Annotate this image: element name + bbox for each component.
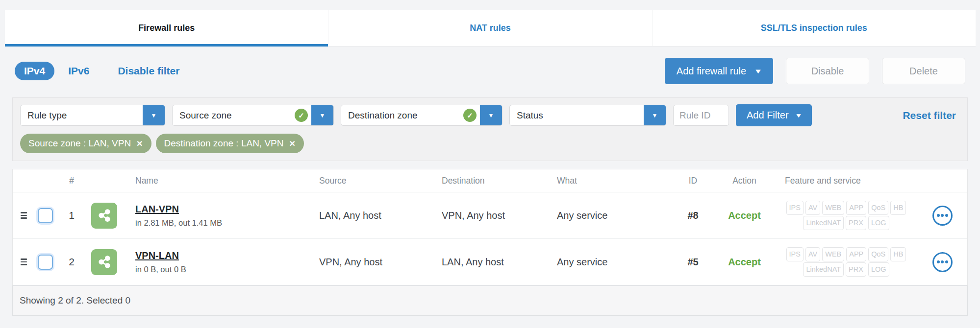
add-firewall-rule-label: Add firewall rule <box>677 66 746 77</box>
chevron-down-icon[interactable]: ▼ <box>143 105 165 125</box>
feature-badge: LinkedNAT <box>803 216 844 230</box>
ipv4-toggle[interactable]: IPv4 <box>15 62 54 80</box>
tab-firewall-rules[interactable]: Firewall rules <box>5 10 328 46</box>
rule-what: Any service <box>552 257 672 268</box>
destination-zone-dropdown-label: Destination zone <box>341 110 463 121</box>
feature-badge: WEB <box>822 201 844 215</box>
chevron-down-icon[interactable]: ▼ <box>311 105 333 125</box>
destination-zone-dropdown[interactable]: Destination zone ✓ ▼ <box>341 105 503 126</box>
reset-filter-link[interactable]: Reset filter <box>903 110 960 121</box>
tab-bar: Firewall rules NAT rules SSL/TLS inspect… <box>5 10 976 47</box>
chevron-down-icon[interactable]: ▼ <box>644 105 666 125</box>
close-icon[interactable]: ✕ <box>289 139 295 148</box>
column-header-action: Action <box>714 176 775 186</box>
check-circle-icon: ✓ <box>295 109 308 122</box>
feature-badge: PRX <box>846 216 866 230</box>
filter-row: Rule type ▼ Source zone ✓ ▼ Destination … <box>20 104 960 126</box>
filter-panel: Rule type ▼ Source zone ✓ ▼ Destination … <box>12 97 968 161</box>
rule-name-link[interactable]: VPN-LAN <box>135 250 179 261</box>
feature-badge: IPS <box>786 201 804 215</box>
rule-id-badge: #5 <box>672 257 714 268</box>
network-share-icon <box>91 249 117 275</box>
delete-button[interactable]: Delete <box>882 58 965 84</box>
add-firewall-rule-button[interactable]: Add firewall rule ▼ <box>665 58 773 84</box>
disable-filter-link[interactable]: Disable filter <box>118 65 179 77</box>
source-zone-dropdown[interactable]: Source zone ✓ ▼ <box>172 105 334 126</box>
feature-badge: AV <box>805 201 820 215</box>
rule-source: VPN, Any host <box>314 257 437 268</box>
feature-badge: LOG <box>868 216 889 230</box>
chevron-down-icon: ▼ <box>754 68 762 75</box>
firewall-rules-table: # Name Source Destination What ID Action… <box>12 169 968 285</box>
filter-chip-source-zone[interactable]: Source zone : LAN, VPN ✕ <box>20 134 151 153</box>
row-menu-icon[interactable] <box>932 206 953 226</box>
filter-chip-label: Source zone : LAN, VPN <box>28 138 131 149</box>
chevron-down-icon: ▼ <box>795 112 802 119</box>
table-row: 2 VPN-LAN in 0 B, out 0 B VPN, Any host … <box>13 239 967 285</box>
disable-button[interactable]: Disable <box>786 58 869 84</box>
rule-destination: VPN, Any host <box>437 210 552 221</box>
row-checkbox[interactable] <box>38 255 53 270</box>
close-icon[interactable]: ✕ <box>136 139 143 148</box>
rule-action: Accept <box>714 210 775 221</box>
table-row: 1 LAN-VPN in 2.81 MB, out 1.41 MB LAN, A… <box>13 192 967 239</box>
rule-source: LAN, Any host <box>314 210 437 221</box>
rule-type-dropdown[interactable]: Rule type ▼ <box>20 105 165 126</box>
feature-badge: WEB <box>822 247 844 261</box>
feature-badge: LinkedNAT <box>803 262 844 277</box>
source-zone-dropdown-label: Source zone <box>173 110 295 121</box>
rule-id-input[interactable] <box>673 105 729 126</box>
drag-handle-icon[interactable] <box>13 212 36 219</box>
toolbar-actions: Add firewall rule ▼ Disable Delete <box>665 58 965 84</box>
status-dropdown[interactable]: Status ▼ <box>509 105 666 126</box>
row-number: 1 <box>57 210 86 221</box>
status-dropdown-label: Status <box>510 110 644 121</box>
rule-action: Accept <box>714 257 775 268</box>
filter-chip-destination-zone[interactable]: Destination zone : LAN, VPN ✕ <box>156 134 304 153</box>
feature-badge: QoS <box>868 247 888 261</box>
active-filter-chips: Source zone : LAN, VPN ✕ Destination zon… <box>20 134 960 153</box>
table-footer: Showing 2 of 2. Selected 0 <box>12 285 968 316</box>
table-header-row: # Name Source Destination What ID Action… <box>13 169 967 192</box>
feature-badge: QoS <box>868 201 888 215</box>
column-header-id: ID <box>672 176 714 186</box>
add-filter-button[interactable]: Add Filter ▼ <box>736 104 812 126</box>
feature-badge: IPS <box>786 247 804 261</box>
network-share-icon <box>91 203 117 229</box>
showing-status-text: Showing 2 of 2. Selected 0 <box>20 295 130 306</box>
tab-nat-rules[interactable]: NAT rules <box>328 10 652 46</box>
feature-badge: APP <box>846 201 866 215</box>
tab-ssl-tls-inspection-rules[interactable]: SSL/TLS inspection rules <box>653 10 976 46</box>
column-header-source: Source <box>314 176 437 186</box>
column-header-feature: Feature and service <box>775 176 917 186</box>
feature-badges: IPSAVWEBAPPQoSHB LinkedNATPRXLOG <box>775 200 917 231</box>
ipv6-toggle[interactable]: IPv6 <box>68 65 89 77</box>
rule-traffic-stats: in 0 B, out 0 B <box>135 265 314 274</box>
chevron-down-icon[interactable]: ▼ <box>480 105 502 125</box>
feature-badge: AV <box>805 247 820 261</box>
rule-destination: LAN, Any host <box>437 257 552 268</box>
column-header-destination: Destination <box>437 176 552 186</box>
rule-name-link[interactable]: LAN-VPN <box>135 204 179 215</box>
rule-id-badge: #8 <box>672 210 714 221</box>
feature-badge: HB <box>890 201 906 215</box>
row-checkbox[interactable] <box>38 208 53 223</box>
feature-badge: APP <box>846 247 866 261</box>
feature-badges: IPSAVWEBAPPQoSHB LinkedNATPRXLOG <box>775 247 917 277</box>
row-number: 2 <box>57 256 86 268</box>
row-menu-icon[interactable] <box>932 252 953 272</box>
add-filter-label: Add Filter <box>747 110 789 121</box>
feature-badge: LOG <box>868 262 889 277</box>
toolbar: IPv4 IPv6 Disable filter Add firewall ru… <box>15 58 965 84</box>
rule-traffic-stats: in 2.81 MB, out 1.41 MB <box>135 218 314 228</box>
rule-what: Any service <box>552 210 672 221</box>
rule-type-dropdown-label: Rule type <box>21 110 143 121</box>
check-circle-icon: ✓ <box>463 109 477 122</box>
feature-badge: HB <box>890 247 906 261</box>
filter-chip-label: Destination zone : LAN, VPN <box>164 138 284 149</box>
column-header-num: # <box>57 176 86 186</box>
column-header-what: What <box>552 176 672 186</box>
column-header-name: Name <box>126 176 314 186</box>
drag-handle-icon[interactable] <box>13 258 36 265</box>
feature-badge: PRX <box>846 262 866 277</box>
